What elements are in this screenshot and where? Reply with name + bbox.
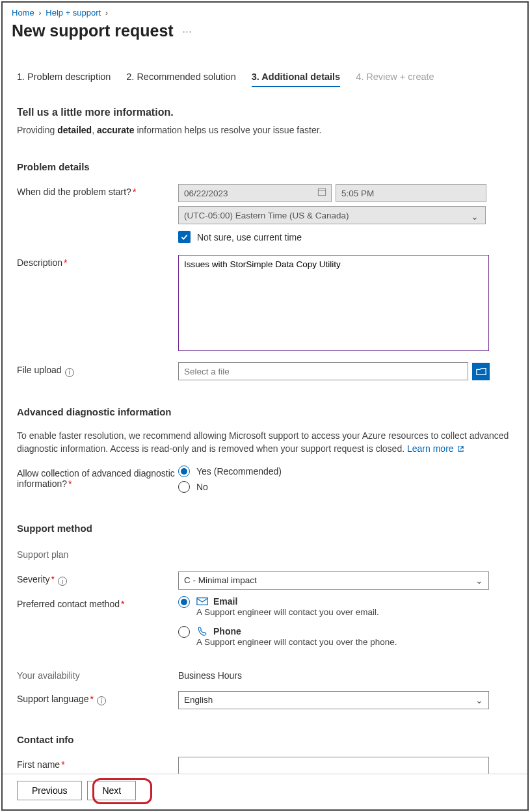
- diag-heading: Advanced diagnostic information: [17, 406, 513, 417]
- chevron-down-icon: ⌄: [471, 211, 479, 222]
- radio-yes[interactable]: Yes (Recommended): [178, 465, 513, 477]
- footer-bar: Previous Next: [3, 774, 527, 809]
- breadcrumb-help[interactable]: Help + support: [46, 8, 101, 18]
- info-icon[interactable]: i: [58, 577, 67, 586]
- support-plan-label: Support plan: [17, 547, 178, 560]
- chevron-right-icon: ›: [38, 8, 41, 18]
- diag-paragraph: To enable faster resolution, we recommen…: [17, 429, 513, 456]
- timezone-select[interactable]: (UTC-05:00) Eastern Time (US & Canada) ⌄: [178, 206, 486, 224]
- info-icon[interactable]: i: [65, 368, 74, 377]
- previous-button[interactable]: Previous: [17, 781, 82, 800]
- contact-method-label: Preferred contact method*: [17, 596, 178, 647]
- learn-more-link[interactable]: Learn more: [407, 443, 454, 454]
- radio-no[interactable]: No: [178, 481, 513, 493]
- availability-value: Business Hours: [178, 668, 513, 681]
- next-button[interactable]: Next: [87, 781, 136, 800]
- problem-heading: Problem details: [17, 161, 513, 172]
- tab-problem-description[interactable]: 1. Problem description: [17, 72, 111, 87]
- support-heading: Support method: [17, 523, 513, 534]
- tab-additional-details[interactable]: 3. Additional details: [252, 72, 340, 87]
- radio-email[interactable]: [178, 596, 190, 608]
- date-input[interactable]: [178, 184, 332, 202]
- when-label: When did the problem start?*: [17, 184, 178, 243]
- first-name-input[interactable]: [178, 757, 489, 775]
- email-subtext: A Support engineer will contact you over…: [196, 607, 379, 617]
- phone-subtext: A Support engineer will contact you over…: [196, 637, 397, 647]
- intro-subtext: Providing detailed, accurate information…: [17, 125, 513, 135]
- page-title: New support request: [12, 21, 174, 40]
- breadcrumb-home[interactable]: Home: [12, 8, 34, 18]
- radio-phone[interactable]: [178, 626, 190, 638]
- language-select[interactable]: English ⌄: [178, 691, 489, 709]
- more-menu-icon[interactable]: ···: [183, 26, 192, 36]
- tab-review-create: 4. Review + create: [356, 72, 434, 87]
- use-current-time-label: Not sure, use current time: [197, 232, 302, 242]
- file-upload-label: File uploadi: [17, 362, 178, 380]
- language-label: Support language*i: [17, 691, 178, 709]
- external-link-icon: [457, 443, 464, 456]
- chevron-down-icon: ⌄: [475, 575, 483, 586]
- breadcrumb: Home › Help + support ›: [3, 3, 527, 18]
- chevron-right-icon: ›: [105, 8, 108, 18]
- availability-label: Your availability: [17, 668, 178, 681]
- severity-label: Severity*i: [17, 571, 178, 590]
- description-label: Description*: [17, 255, 178, 353]
- first-name-label: First name*: [17, 757, 178, 775]
- tab-recommended-solution[interactable]: 2. Recommended solution: [126, 72, 235, 87]
- severity-select[interactable]: C - Minimal impact ⌄: [178, 571, 489, 590]
- phone-icon: [196, 626, 208, 636]
- use-current-time-checkbox[interactable]: [178, 231, 191, 243]
- file-input[interactable]: [178, 362, 468, 380]
- email-icon: [196, 596, 208, 607]
- info-icon[interactable]: i: [97, 696, 106, 705]
- contact-heading: Contact info: [17, 734, 513, 745]
- description-textarea[interactable]: [178, 255, 489, 351]
- intro-heading: Tell us a little more information.: [17, 107, 513, 118]
- tabs: 1. Problem description 2. Recommended so…: [17, 72, 513, 87]
- chevron-down-icon: ⌄: [475, 695, 483, 705]
- file-browse-button[interactable]: [472, 363, 490, 380]
- diag-question-label: Allow collection of advanced diagnostic …: [17, 465, 178, 493]
- time-input[interactable]: [336, 184, 486, 202]
